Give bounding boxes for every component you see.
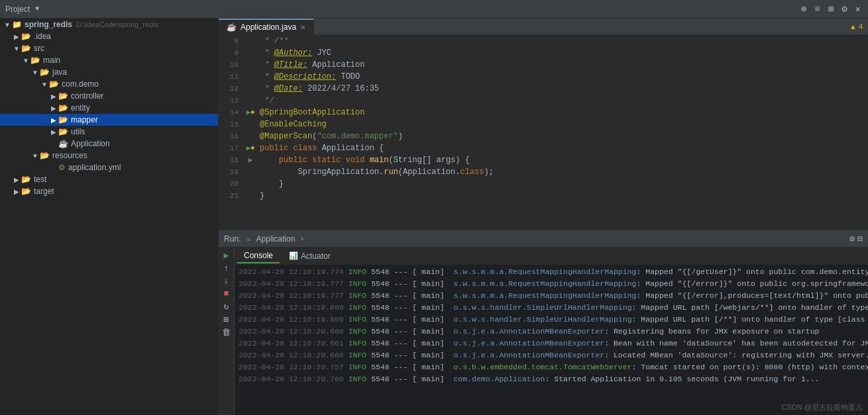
run-left-panel: ▶ ↑ ↓ ■ ↻ ⊞ 🗑 xyxy=(219,248,235,415)
code-content-18: public static void main(String[] args) { xyxy=(257,154,868,166)
tree-item-utils[interactable]: ▶ 📂 utils xyxy=(0,126,218,138)
tree-item-application[interactable]: ☕ Application xyxy=(0,138,218,150)
tree-item-mapper[interactable]: ▶ 📂 mapper xyxy=(0,114,218,126)
pid-6: 5548 --- [ xyxy=(371,326,421,338)
tree-item-java[interactable]: ▼ 📂 java xyxy=(0,66,218,78)
close-icon[interactable]: ✕ xyxy=(853,2,863,16)
arrow-com-demo[interactable]: ▼ xyxy=(40,81,49,88)
tree-item-entity[interactable]: ▶ 📂 entity xyxy=(0,102,218,114)
panel-settings-icon[interactable]: ⚙ xyxy=(849,234,855,244)
tree-item-spring-redis[interactable]: ▼ 📁 spring_redis D:\ideaCode\spring_redi… xyxy=(0,19,218,30)
arrow-java[interactable]: ▼ xyxy=(30,69,40,76)
arrow-entity[interactable]: ▶ xyxy=(49,105,58,112)
settings-icon[interactable]: ⚙ xyxy=(840,2,849,16)
tree-label-java: java xyxy=(52,68,67,77)
msg-3: : Mapped "{[/error],produces=[text/html]… xyxy=(636,290,868,302)
tree-item-resources[interactable]: ▼ 📂 resources xyxy=(0,150,218,161)
ts-3: 2022-04-28 12:10:19.777 xyxy=(239,290,349,302)
msg-8: : Located MBean 'dataSource': registerin… xyxy=(604,349,868,361)
editor-tab-application[interactable]: ☕ Application.java ✕ xyxy=(219,19,314,34)
tab-console[interactable]: Console xyxy=(237,249,280,263)
tree-item-application-yml[interactable]: ⚙ application.yml xyxy=(0,161,218,173)
pid-10: 5548 --- [ xyxy=(371,373,421,385)
tree-label-target: target xyxy=(34,187,54,196)
thread-10: main] xyxy=(421,373,453,385)
folder-icon-test: 📂 xyxy=(21,175,31,184)
new-file-icon[interactable]: ⊕ xyxy=(799,2,808,16)
line-num-16: 16 xyxy=(219,130,244,142)
collapse-all-icon[interactable]: ≡ xyxy=(812,3,822,16)
tab-actuator[interactable]: 📊 Actuator xyxy=(282,250,337,263)
project-arrow[interactable]: ▼ xyxy=(35,5,39,13)
log-line-7: 2022-04-28 12:10:20.661 INFO 5548 --- [ … xyxy=(235,338,868,349)
line-num-14: 14 xyxy=(219,107,244,118)
msg-2: : Mapped "{[/error]}" onto public org.sp… xyxy=(636,278,868,290)
run-stop-icon[interactable]: ■ xyxy=(224,289,229,299)
expand-icon[interactable]: ⊞ xyxy=(826,2,836,16)
code-line-15: 15 @EnableCaching xyxy=(219,118,868,130)
tree-label-mapper: mapper xyxy=(71,115,98,124)
arrow-yml xyxy=(49,164,58,171)
code-line-18: 18 ▶ public static void main(String[] ar… xyxy=(219,154,868,166)
run-gutter-14[interactable]: ▶ xyxy=(246,107,251,118)
msg-10: : Started Application in 9.105 seconds (… xyxy=(545,373,819,385)
log-line-5: 2022-04-28 12:10:19.809 INFO 5548 --- [ … xyxy=(235,314,868,326)
run-play-icon[interactable]: ▶ xyxy=(224,250,229,261)
tree-item-test[interactable]: ▶ 📂 test xyxy=(0,173,218,185)
arrow-idea[interactable]: ▶ xyxy=(12,33,21,40)
run-gutter-18[interactable]: ▶ xyxy=(248,154,253,166)
code-line-12: 12 * @Date: 2022/4/27 16:35 xyxy=(219,83,868,95)
project-icon: 📁 xyxy=(12,20,22,29)
run-rerun-icon[interactable]: ↻ xyxy=(224,301,229,312)
arrow-target[interactable]: ▶ xyxy=(12,188,21,195)
run-up-icon[interactable]: ↑ xyxy=(224,263,229,273)
arrow-resources[interactable]: ▼ xyxy=(30,152,40,160)
tab-close-application[interactable]: ✕ xyxy=(300,24,305,31)
arrow-mapper[interactable]: ▶ xyxy=(49,116,58,124)
console-container: Console 📊 Actuator 2022-04-28 12:10:19.7… xyxy=(235,248,868,415)
arrow-utils[interactable]: ▶ xyxy=(49,128,58,136)
tree-item-com-demo[interactable]: ▼ 📂 com.demo xyxy=(0,78,218,90)
line-num-15: 15 xyxy=(219,118,244,130)
editor-tabs: ☕ Application.java ✕ ▲ 4 xyxy=(219,19,868,35)
console-area[interactable]: 2022-04-28 12:10:19.774 INFO 5548 --- [ … xyxy=(235,265,868,415)
gutter-14: ▶ ◆ xyxy=(244,107,257,118)
folder-icon-utils: 📂 xyxy=(58,127,68,136)
src-9: o.s.b.w.embedded.tomcat.TomcatWebServer xyxy=(453,361,631,373)
code-content-15: @EnableCaching xyxy=(257,118,868,130)
tree-item-idea[interactable]: ▶ 📂 .idea xyxy=(0,30,218,42)
code-content-11: * @Description: TODO xyxy=(257,71,868,83)
code-content-8: * /** xyxy=(257,35,868,47)
actuator-tab-label: Actuator xyxy=(301,252,331,261)
tree-label-utils: utils xyxy=(71,127,85,136)
arrow-test[interactable]: ▶ xyxy=(12,176,21,183)
folder-icon-mapper: 📂 xyxy=(58,115,68,124)
line-num-13: 13 xyxy=(219,95,244,107)
run-scroll-icon[interactable]: ⊞ xyxy=(224,314,229,325)
run-gutter-17[interactable]: ▶ xyxy=(246,142,251,154)
log-line-2: 2022-04-28 12:10:19.777 INFO 5548 --- [ … xyxy=(235,278,868,290)
pid-9: 5548 --- [ xyxy=(371,361,421,373)
panel-collapse-icon[interactable]: ⊟ xyxy=(857,234,863,244)
thread-1: main] xyxy=(421,266,453,278)
run-clear-icon[interactable]: 🗑 xyxy=(222,328,231,338)
run-down-icon[interactable]: ↓ xyxy=(224,276,229,286)
level-3: INFO xyxy=(349,290,372,302)
thread-4: main] xyxy=(421,302,453,314)
run-close-icon[interactable]: ✕ xyxy=(300,235,304,243)
arrow-spring-redis[interactable]: ▼ xyxy=(3,21,12,28)
arrow-controller[interactable]: ▶ xyxy=(49,93,58,100)
sidebar: ▼ 📁 spring_redis D:\ideaCode\spring_redi… xyxy=(0,19,219,415)
log-line-6: 2022-04-28 12:10:20.660 INFO 5548 --- [ … xyxy=(235,326,868,338)
arrow-main[interactable]: ▼ xyxy=(21,57,30,64)
tree-label-test: test xyxy=(34,175,46,184)
tree-item-controller[interactable]: ▶ 📂 controller xyxy=(0,90,218,102)
code-content-12: * @Date: 2022/4/27 16:35 xyxy=(257,83,868,95)
bookmark-17: ◆ xyxy=(250,142,254,154)
line-num-20: 20 xyxy=(219,178,244,190)
arrow-src[interactable]: ▼ xyxy=(12,45,21,52)
tree-item-main[interactable]: ▼ 📂 main xyxy=(0,54,218,66)
tree-item-target[interactable]: ▶ 📂 target xyxy=(0,185,218,197)
code-editor[interactable]: 8 * /** 9 * @Author: JYC 10 * @Title: Ap… xyxy=(219,35,868,230)
tree-item-src[interactable]: ▼ 📂 src xyxy=(0,42,218,54)
